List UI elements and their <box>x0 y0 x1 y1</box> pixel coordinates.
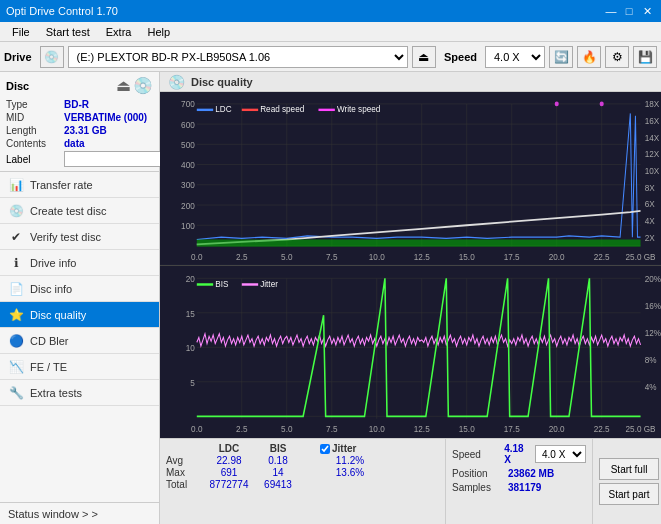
svg-rect-48 <box>197 109 213 111</box>
drive-icon-btn[interactable]: 💿 <box>40 46 64 68</box>
sidebar-item-transfer-rate[interactable]: 📊Transfer rate <box>0 172 159 198</box>
sidebar-item-disc-info[interactable]: 📄Disc info <box>0 276 159 302</box>
svg-text:4%: 4% <box>645 381 657 392</box>
svg-text:10.0: 10.0 <box>369 423 385 434</box>
nav-icon-create-test-disc: 💿 <box>8 204 24 218</box>
nav-icon-disc-quality: ⭐ <box>8 308 24 322</box>
stats-header-ldc: LDC <box>205 443 253 454</box>
svg-text:18X: 18X <box>645 99 660 110</box>
start-part-button[interactable]: Start part <box>599 483 658 505</box>
svg-text:500: 500 <box>181 139 195 150</box>
svg-text:16X: 16X <box>645 116 660 127</box>
disc-mid-value: VERBATIMe (000) <box>64 112 147 123</box>
disc-cd-icon: 💿 <box>133 76 153 95</box>
svg-text:200: 200 <box>181 200 195 211</box>
total-ldc: 8772774 <box>205 479 253 490</box>
svg-rect-52 <box>318 109 334 111</box>
stats-bar: LDC BIS Jitter Avg 22.98 0.18 11 <box>160 438 661 524</box>
menu-extra[interactable]: Extra <box>98 24 140 40</box>
total-label: Total <box>166 479 204 490</box>
nav-icon-transfer-rate: 📊 <box>8 178 24 192</box>
menu-bar: File Start test Extra Help <box>0 22 661 42</box>
chart1: 700 600 500 400 300 200 100 18X 16X 14X … <box>160 92 661 266</box>
refresh-button[interactable]: 🔄 <box>549 46 573 68</box>
svg-text:22.5: 22.5 <box>594 251 610 262</box>
content-area: 💿 Disc quality <box>160 72 661 524</box>
total-bis: 69413 <box>254 479 302 490</box>
svg-text:22.5: 22.5 <box>594 423 610 434</box>
avg-bis: 0.18 <box>254 455 302 466</box>
nav-label-extra-tests: Extra tests <box>30 387 82 399</box>
status-window-nav[interactable]: Status window > > <box>0 502 159 524</box>
svg-text:700: 700 <box>181 99 195 110</box>
sidebar-item-cd-bler[interactable]: 🔵CD Bler <box>0 328 159 354</box>
sidebar-item-extra-tests[interactable]: 🔧Extra tests <box>0 380 159 406</box>
sidebar-item-fe-te[interactable]: 📉FE / TE <box>0 354 159 380</box>
disc-type-value: BD-R <box>64 99 89 110</box>
app-title: Opti Drive Control 1.70 <box>6 5 118 17</box>
speed-value: 4.18 X <box>504 443 531 465</box>
svg-rect-91 <box>242 283 258 285</box>
drive-select[interactable]: (E:) PLEXTOR BD-R PX-LB950SA 1.06 <box>68 46 408 68</box>
close-button[interactable]: ✕ <box>639 3 655 19</box>
menu-help[interactable]: Help <box>139 24 178 40</box>
disc-contents-label: Contents <box>6 138 64 149</box>
disc-type-label: Type <box>6 99 64 110</box>
svg-text:5.0: 5.0 <box>281 423 292 434</box>
menu-start-test[interactable]: Start test <box>38 24 98 40</box>
disc-type-row: Type BD-R <box>6 99 153 110</box>
disc-header-label: Disc <box>6 80 116 92</box>
svg-text:17.5: 17.5 <box>504 251 520 262</box>
svg-text:25.0 GB: 25.0 GB <box>626 251 656 262</box>
svg-rect-89 <box>197 283 213 285</box>
disc-contents-value: data <box>64 138 85 149</box>
speed-label: Speed <box>452 449 500 460</box>
settings-button[interactable]: ⚙ <box>605 46 629 68</box>
speed-select-stats[interactable]: 4.0 X <box>535 445 586 463</box>
svg-text:15: 15 <box>186 307 195 318</box>
maximize-button[interactable]: □ <box>621 3 637 19</box>
dq-header: 💿 Disc quality <box>160 72 661 92</box>
svg-text:400: 400 <box>181 160 195 171</box>
svg-text:20%: 20% <box>645 273 661 284</box>
svg-text:Jitter: Jitter <box>260 278 278 289</box>
stats-header-bis: BIS <box>254 443 302 454</box>
disc-label-row: Label ✏ <box>6 151 153 167</box>
sidebar-item-drive-info[interactable]: ℹDrive info <box>0 250 159 276</box>
svg-text:20.0: 20.0 <box>549 251 565 262</box>
svg-text:4X: 4X <box>645 215 655 226</box>
svg-rect-50 <box>242 109 258 111</box>
eject-button[interactable]: ⏏ <box>412 46 436 68</box>
save-button[interactable]: 💾 <box>633 46 657 68</box>
sidebar: Disc ⏏ 💿 Type BD-R MID VERBATIMe (000) L… <box>0 72 160 524</box>
start-full-button[interactable]: Start full <box>599 458 658 480</box>
main-layout: Disc ⏏ 💿 Type BD-R MID VERBATIMe (000) L… <box>0 72 661 524</box>
menu-file[interactable]: File <box>4 24 38 40</box>
stats-row: LDC BIS Jitter Avg 22.98 0.18 11 <box>160 439 661 524</box>
disc-mid-label: MID <box>6 112 64 123</box>
position-value: 23862 MB <box>508 468 554 479</box>
speed-select[interactable]: 4.0 X <box>485 46 545 68</box>
svg-text:25.0 GB: 25.0 GB <box>626 423 656 434</box>
nav-icon-drive-info: ℹ <box>8 256 24 270</box>
samples-value: 381179 <box>508 482 541 493</box>
sidebar-item-create-test-disc[interactable]: 💿Create test disc <box>0 198 159 224</box>
jitter-checkbox[interactable] <box>320 444 330 454</box>
disc-eject-icon[interactable]: ⏏ <box>116 76 131 95</box>
speed-label: Speed <box>444 51 477 63</box>
svg-text:12.5: 12.5 <box>414 423 430 434</box>
svg-text:7.5: 7.5 <box>326 251 337 262</box>
svg-rect-54 <box>160 266 661 439</box>
svg-text:0.0: 0.0 <box>191 423 202 434</box>
burn-button[interactable]: 🔥 <box>577 46 601 68</box>
disc-contents-row: Contents data <box>6 138 153 149</box>
sidebar-item-disc-quality[interactable]: ⭐Disc quality <box>0 302 159 328</box>
chart2: 20 15 10 5 20% 16% 12% 8% 4% 0.0 2.5 5.0… <box>160 266 661 439</box>
sidebar-item-verify-test-disc[interactable]: ✔Verify test disc <box>0 224 159 250</box>
svg-text:15.0: 15.0 <box>459 423 475 434</box>
speed-row: Speed 4.18 X 4.0 X <box>452 443 586 465</box>
nav-icon-extra-tests: 🔧 <box>8 386 24 400</box>
minimize-button[interactable]: — <box>603 3 619 19</box>
position-label: Position <box>452 468 504 479</box>
nav-label-verify-test-disc: Verify test disc <box>30 231 101 243</box>
